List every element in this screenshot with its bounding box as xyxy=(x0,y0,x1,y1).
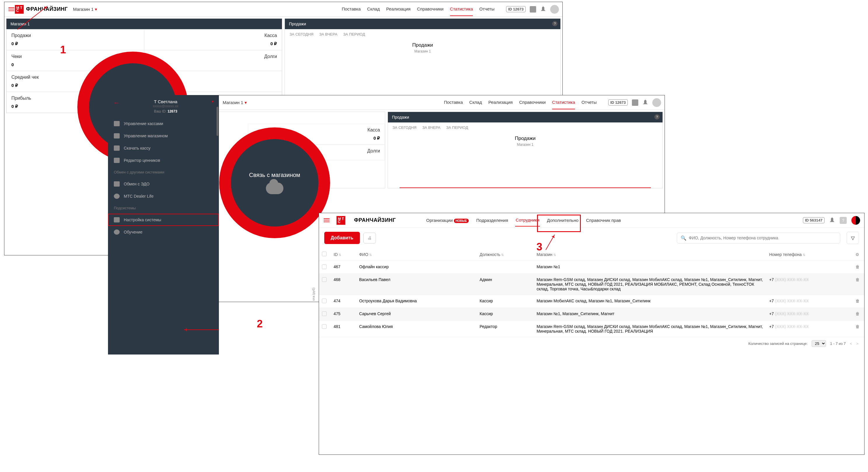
cell-id: 481 xyxy=(331,321,356,337)
trash-icon[interactable]: 🗑 xyxy=(856,311,860,316)
topbar-icons: ID 12673 xyxy=(506,5,559,14)
cell-pos: Админ xyxy=(476,274,533,295)
hamburger-icon-3[interactable] xyxy=(323,217,330,224)
tab-yesterday[interactable]: ЗА ВЧЕРА xyxy=(319,32,337,36)
employees-table: ID ФИО Должность Магазин Номер телефона … xyxy=(319,248,864,337)
table-row[interactable]: 468Васильев ПавелАдминМагазин Rem-GSM ск… xyxy=(319,274,864,295)
cell-pos: Редактор xyxy=(476,321,533,337)
nav-realizacia[interactable]: Реализация xyxy=(386,2,410,16)
sales-tabs: ЗА СЕГОДНЯ ЗА ВЧЕРА ЗА ПЕРИОД xyxy=(285,29,560,39)
bell-icon[interactable] xyxy=(540,6,546,12)
menu-kassy[interactable]: Управление кассами xyxy=(108,117,219,130)
menu-download[interactable]: Скачать кассу xyxy=(108,142,219,154)
row-checkbox[interactable] xyxy=(322,311,327,316)
avatar-icon-3[interactable] xyxy=(851,216,860,225)
menu-section-exchange: Обмен с другими системами xyxy=(108,166,219,178)
tab-period[interactable]: ЗА ПЕРИОД xyxy=(343,32,365,36)
trash-icon[interactable]: 🗑 xyxy=(856,299,860,303)
scrollbar[interactable] xyxy=(217,107,218,136)
tile-sales[interactable]: Продажи0 ₽ xyxy=(6,29,144,50)
nav-sklad[interactable]: Склад xyxy=(367,2,380,16)
menu-edo[interactable]: Обмен с ЭДО xyxy=(108,178,219,190)
cell-store: Магазин №1 xyxy=(534,261,767,274)
bell-icon-3[interactable] xyxy=(829,217,835,223)
side-menu: ← Т Светлана xxxxx@xxxxx.xx Ваш ID: 1267… xyxy=(108,95,219,355)
main-nav: Поставка Склад Реализация Справочники Ст… xyxy=(342,2,494,16)
pager-label: Количество записей на странице: xyxy=(748,341,808,346)
col-pos[interactable]: Должность xyxy=(476,248,533,261)
row-checkbox[interactable] xyxy=(322,324,327,329)
menu-priceedit[interactable]: Редактор ценников xyxy=(108,154,219,166)
menu-dealerlife[interactable]: MTC Dealer Life xyxy=(108,190,219,202)
pager-next-icon[interactable]: > xyxy=(856,341,858,346)
annotation-3-box xyxy=(537,214,581,232)
gear-icon[interactable]: ⚙ xyxy=(856,252,859,257)
table-row[interactable]: 474Остроухова Дарья ВадимовнаКассирМагаз… xyxy=(319,295,864,308)
search-input[interactable] xyxy=(689,236,836,240)
row-checkbox[interactable] xyxy=(322,264,327,269)
tile-kassa[interactable]: Касса0 ₽ xyxy=(144,29,282,50)
side-user-email: xxxxx@xxxxx.xx xyxy=(123,104,208,108)
cell-id: 467 xyxy=(331,261,356,274)
store-selector[interactable]: Магазин 1 xyxy=(73,7,97,12)
menu-training[interactable]: Обучение xyxy=(108,226,219,238)
w3-nav-org[interactable]: ОрганизацииНОВЫЕ xyxy=(426,214,469,226)
w3-nav-employees[interactable]: Сотрудники xyxy=(515,214,540,227)
print-button[interactable]: 🖨 xyxy=(363,233,376,243)
nav-postavka[interactable]: Поставка xyxy=(342,2,361,16)
cash-icon[interactable] xyxy=(530,6,536,12)
cell-store: Магазин МобилАКС склад, Магазин №1, Мага… xyxy=(534,295,767,308)
table-row[interactable]: 467Офлайн кассирМагазин №1🗑 xyxy=(319,261,864,274)
cell-fio: Остроухова Дарья Вадимовна xyxy=(356,295,476,308)
nav-statistika[interactable]: Статистика xyxy=(450,2,473,16)
nav-spravochniki[interactable]: Справочники xyxy=(417,2,444,16)
menu-system-settings[interactable]: Настройка системы xyxy=(108,214,219,226)
menu-magazin[interactable]: Управление магазином xyxy=(108,130,219,142)
pager-range: 1 - 7 из 7 xyxy=(830,341,846,346)
nav-otchety[interactable]: Отчеты xyxy=(479,2,494,16)
annotation-1: 1 xyxy=(60,44,66,56)
bell-icon-2[interactable] xyxy=(642,100,648,105)
cell-phone: +7 (XXX) XXX-XX-XX xyxy=(766,321,852,337)
help-icon[interactable]: ? xyxy=(552,21,557,26)
add-button[interactable]: Добавить xyxy=(324,232,360,244)
col-phone[interactable]: Номер телефона xyxy=(766,248,852,261)
brand-3: ФРАНЧАЙЗИНГ xyxy=(354,217,396,223)
chevron-down-icon[interactable]: ▾ xyxy=(212,99,214,104)
help-icon-2[interactable]: ? xyxy=(654,114,660,120)
table-row[interactable]: 475Сарычев СергейКассирМагазин №1, Магаз… xyxy=(319,308,864,321)
trash-icon[interactable]: 🗑 xyxy=(856,277,860,282)
help-icon-3[interactable]: ? xyxy=(840,217,847,224)
checkbox-all[interactable] xyxy=(322,251,327,256)
mts-logo-icon-3: М ТС xyxy=(337,216,345,225)
col-fio[interactable]: ФИО xyxy=(356,248,476,261)
trash-icon[interactable]: 🗑 xyxy=(856,264,860,269)
search-box[interactable]: 🔍 xyxy=(677,233,840,243)
connection-circle-2: Связь с магазином xyxy=(219,127,330,238)
row-checkbox[interactable] xyxy=(322,299,327,303)
table-row[interactable]: 481Самойлова ЮлияРедакторМагазин Rem-GSM… xyxy=(319,321,864,337)
cell-pos: Кассир xyxy=(476,295,533,308)
back-arrow-icon[interactable]: ← xyxy=(113,99,120,107)
w3-nav-dep[interactable]: Подразделения xyxy=(476,214,509,226)
store-selector-2[interactable]: Магазин 1 xyxy=(223,100,247,105)
pager-size-select[interactable]: 25 xyxy=(812,340,826,347)
avatar-icon[interactable] xyxy=(550,5,559,14)
row-checkbox[interactable] xyxy=(322,277,327,282)
cash-icon-2[interactable] xyxy=(632,99,638,106)
cell-pos: Кассир xyxy=(476,308,533,321)
cell-fio: Сарычев Сергей xyxy=(356,308,476,321)
side-user-name: Т Светлана xyxy=(123,99,208,104)
col-id[interactable]: ID xyxy=(331,248,356,261)
pager-prev-icon[interactable]: < xyxy=(850,341,852,346)
filter-button[interactable]: ▽ xyxy=(847,232,859,244)
trash-icon[interactable]: 🗑 xyxy=(856,324,860,329)
cell-fio: Офлайн кассир xyxy=(356,261,476,274)
avatar-icon-2[interactable] xyxy=(652,98,661,107)
tab-today[interactable]: ЗА СЕГОДНЯ xyxy=(289,32,313,36)
hamburger-icon[interactable] xyxy=(8,6,15,13)
cell-id: 468 xyxy=(331,274,356,295)
store-panel-head: Магазин 1 xyxy=(6,19,282,29)
col-store[interactable]: Магазин xyxy=(534,248,767,261)
w3-nav-rights[interactable]: Справочник прав xyxy=(586,214,621,226)
